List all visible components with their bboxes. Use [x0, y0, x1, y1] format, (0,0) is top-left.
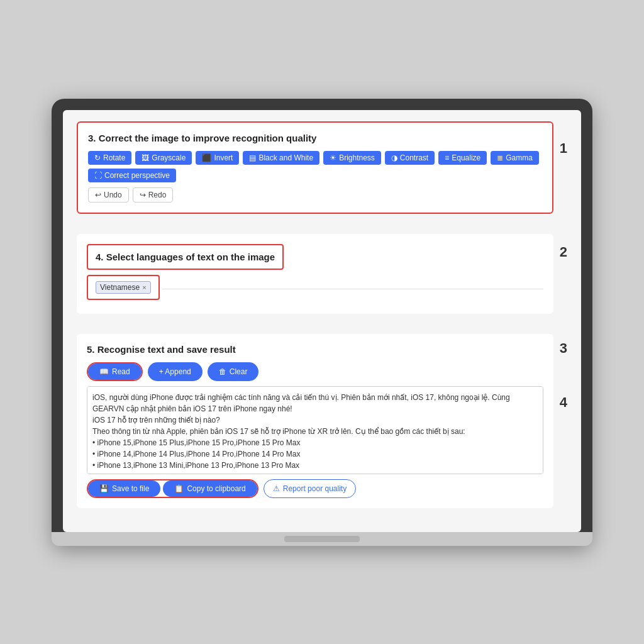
rotate-button[interactable]: ↻ Rotate	[88, 151, 131, 165]
step-number-1: 1	[560, 140, 567, 157]
bw-icon: ▤	[249, 153, 256, 162]
text-output-area[interactable]: iOS, người dùng iPhone được trải nghiệm …	[87, 386, 543, 474]
vietnamese-tag[interactable]: Vietnamese ×	[96, 281, 151, 294]
read-icon: 📖	[99, 367, 109, 376]
perspective-icon: ⛶	[94, 171, 102, 180]
contrast-icon: ◑	[391, 153, 397, 162]
report-quality-button[interactable]: ⚠ Report poor quality	[264, 479, 356, 498]
correct-perspective-button[interactable]: ⛶ Correct perspective	[88, 169, 176, 182]
bottom-actions-row: 💾 Save to file 📋 Copy to clipboard ⚠ Rep…	[87, 479, 543, 498]
invert-icon: ⬛	[202, 153, 211, 162]
save-to-file-button[interactable]: 💾 Save to file	[88, 480, 160, 497]
grayscale-button[interactable]: 🖼 Grayscale	[135, 151, 192, 165]
gamma-icon: ≣	[497, 153, 503, 162]
section3-title: 3. Correct the image to improve recognit…	[88, 133, 542, 143]
laptop-frame: 3. Correct the image to improve recognit…	[52, 99, 592, 546]
clear-button[interactable]: 🗑 Clear	[208, 362, 259, 381]
lang-input-line[interactable]	[162, 289, 543, 289]
step-numbers-5: 3 4	[560, 340, 567, 411]
invert-button[interactable]: ⬛ Invert	[196, 151, 239, 165]
section4-lang-row: Vietnamese ×	[87, 275, 543, 304]
contrast-button[interactable]: ◑ Contrast	[385, 151, 435, 165]
undo-redo-row: ↩ Undo ↪ Redo	[88, 187, 542, 203]
laptop-screen: 3. Correct the image to improve recognit…	[63, 110, 581, 532]
step-number-2: 2	[560, 244, 567, 260]
equalize-button[interactable]: ≡ Equalize	[438, 151, 487, 165]
laptop-base	[52, 532, 592, 546]
section4-row: 4. Select languages of text on the image…	[77, 234, 567, 324]
gamma-button[interactable]: ≣ Gamma	[491, 151, 539, 165]
black-white-button[interactable]: ▤ Black and White	[243, 151, 319, 165]
section3-box: 3. Correct the image to improve recognit…	[77, 121, 553, 214]
rotate-icon: ↻	[94, 153, 101, 162]
clear-icon: 🗑	[219, 367, 226, 376]
laptop-trackpad	[284, 536, 360, 542]
section4-box: 4. Select languages of text on the image…	[77, 234, 553, 314]
copy-icon: 📋	[174, 484, 184, 493]
append-button[interactable]: + Append	[148, 362, 203, 381]
brightness-button[interactable]: ☀ Brightness	[323, 151, 381, 165]
brightness-icon: ☀	[330, 153, 336, 162]
step-number-4: 4	[560, 394, 567, 411]
undo-icon: ↩	[95, 191, 101, 199]
save-copy-outlined: 💾 Save to file 📋 Copy to clipboard	[87, 479, 258, 498]
equalize-icon: ≡	[445, 153, 449, 162]
section4-title-box: 4. Select languages of text on the image	[87, 244, 284, 270]
screen-content: 3. Correct the image to improve recognit…	[63, 110, 581, 532]
redo-button[interactable]: ↪ Redo	[133, 187, 174, 203]
read-button[interactable]: 📖 Read	[88, 364, 142, 380]
remove-lang-button[interactable]: ×	[142, 284, 146, 291]
section5-action-row: 📖 Read + Append 🗑 Clear	[87, 362, 543, 381]
read-btn-outlined: 📖 Read	[87, 362, 143, 381]
section5-row: 5. Recognise text and save result 📖 Read…	[77, 334, 567, 518]
grayscale-icon: 🖼	[142, 153, 149, 162]
section3-row: 3. Correct the image to improve recognit…	[77, 121, 567, 224]
section5-box: 5. Recognise text and save result 📖 Read…	[77, 334, 553, 508]
save-icon: 💾	[99, 484, 109, 493]
section5-title: 5. Recognise text and save result	[87, 344, 543, 355]
section3-toolbar: ↻ Rotate 🖼 Grayscale ⬛ Invert ▤	[88, 151, 542, 182]
section4-title: 4. Select languages of text on the image	[96, 252, 275, 262]
copy-clipboard-button[interactable]: 📋 Copy to clipboard	[163, 480, 257, 497]
undo-button[interactable]: ↩ Undo	[88, 187, 129, 203]
lang-select-outlined: Vietnamese ×	[87, 275, 160, 300]
report-icon: ⚠	[273, 484, 280, 493]
step-number-3: 3	[560, 340, 567, 357]
redo-icon: ↪	[140, 191, 146, 199]
